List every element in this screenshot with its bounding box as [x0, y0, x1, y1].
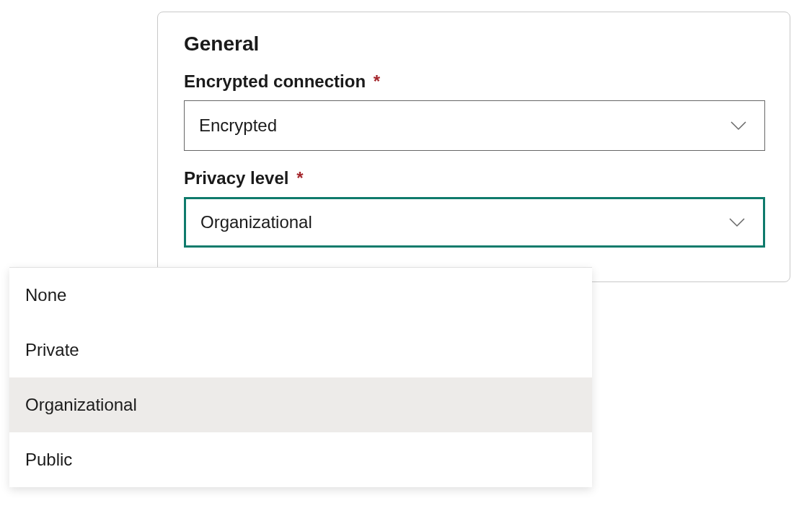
privacy-level-label: Privacy level * [184, 168, 764, 188]
privacy-level-option-organizational[interactable]: Organizational [9, 377, 592, 432]
required-marker: * [296, 168, 303, 188]
privacy-level-dropdown[interactable]: Organizational [184, 197, 765, 248]
privacy-level-option-public[interactable]: Public [9, 432, 592, 487]
required-marker: * [374, 71, 380, 91]
privacy-level-option-private[interactable]: Private [9, 323, 592, 377]
chevron-down-icon [727, 114, 750, 137]
chevron-down-icon [725, 211, 749, 234]
privacy-level-options-list: None Private Organizational Public [9, 267, 592, 487]
privacy-level-value: Organizational [200, 212, 312, 232]
section-title: General [184, 32, 764, 56]
encrypted-connection-label: Encrypted connection * [184, 71, 764, 92]
privacy-level-option-none[interactable]: None [9, 268, 592, 323]
encrypted-connection-dropdown[interactable]: Encrypted [184, 100, 765, 151]
general-settings-panel: General Encrypted connection * Encrypted… [157, 12, 790, 282]
encrypted-connection-value: Encrypted [199, 115, 277, 136]
